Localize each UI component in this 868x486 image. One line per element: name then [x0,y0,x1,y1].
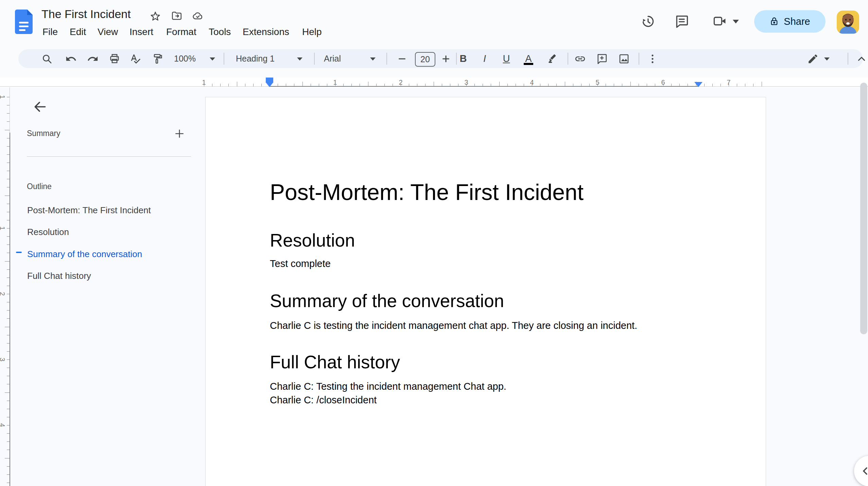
ruler-tick [565,82,565,86]
paragraph-style-caret-icon[interactable] [297,57,302,61]
print-icon[interactable] [109,53,120,65]
paint-format-icon[interactable] [152,53,163,65]
font-family-caret-icon[interactable] [370,57,376,61]
menu-format[interactable]: Format [166,26,196,38]
document-page[interactable]: Post-Mortem: The First Incident Resoluti… [205,97,766,486]
ruler-tick [622,84,622,86]
show-side-panel-button[interactable] [854,456,868,486]
zoom-caret-icon[interactable] [210,57,215,61]
text-color-button[interactable]: A [523,49,534,68]
first-line-indent-marker[interactable] [266,78,273,82]
toolbar-divider [848,53,848,65]
ruler-number: 6 [661,79,665,86]
outline-item[interactable]: Full Chat history [27,268,190,283]
ruler-tick [245,84,245,86]
ruler-tick [745,84,745,86]
google-docs-app: The First Incident File Edit View Insert… [0,0,868,486]
version-history-icon[interactable] [640,14,655,29]
close-outline-arrow-icon[interactable] [33,99,48,114]
ruler-tick [450,84,450,86]
meet-dropdown-caret-icon[interactable] [733,20,739,23]
ruler-tick [679,84,680,86]
ruler-tick [7,105,10,105]
document-title[interactable]: The First Incident [41,7,131,21]
ruler-tick [5,196,10,196]
menu-edit[interactable]: Edit [70,26,86,38]
menu-tools[interactable]: Tools [209,26,231,38]
meet-video-icon[interactable] [712,14,727,29]
redo-icon[interactable] [87,53,99,65]
italic-button[interactable]: I [479,49,490,68]
menu-extensions[interactable]: Extensions [243,26,289,38]
outline-item[interactable]: Post-Mortem: The First Incident [27,203,190,218]
share-button-label: Share [784,16,810,27]
add-comment-icon[interactable] [596,53,608,65]
bold-button[interactable]: B [457,49,469,68]
ruler-tick [474,84,475,86]
font-size-input[interactable]: 20 [415,52,435,67]
star-icon[interactable] [150,10,161,22]
spellcheck-icon[interactable] [130,53,141,65]
font-family-select[interactable]: Arial [324,49,341,68]
underline-button[interactable]: U [501,49,512,68]
ruler-number: 4 [530,79,534,86]
ruler-tick [409,84,409,86]
ruler-tick [589,84,590,86]
lock-icon [769,17,779,26]
doc-paragraph[interactable]: Charlie C is testing the incident manage… [270,320,637,331]
user-avatar[interactable] [833,11,863,34]
doc-heading-resolution[interactable]: Resolution [270,230,355,251]
toolbar-divider [568,53,568,65]
menu-help[interactable]: Help [302,26,322,38]
ruler-tick [7,294,10,294]
decrease-font-size-icon[interactable] [396,53,408,65]
ruler-tick [319,84,319,86]
ruler-tick [524,84,524,86]
move-folder-icon[interactable] [171,10,183,22]
zoom-select[interactable]: 100% [174,49,196,68]
ruler-number: 1 [0,226,6,230]
ruler-tick [417,84,417,86]
ruler-tick [7,138,10,138]
ruler-tick [458,84,458,86]
doc-heading-summary[interactable]: Summary of the conversation [270,290,504,311]
doc-paragraph[interactable]: Charlie C: /closeIncident [270,395,377,406]
editing-mode-pencil-icon[interactable] [807,53,819,65]
undo-icon[interactable] [65,53,77,65]
ruler-tick [302,82,303,86]
highlight-color-icon[interactable] [546,53,558,65]
more-options-icon[interactable] [647,53,658,65]
insert-image-icon[interactable] [618,53,630,65]
insert-link-icon[interactable] [574,53,586,65]
menu-insert[interactable]: Insert [129,26,153,38]
vertical-scrollbar[interactable] [860,83,867,334]
chevron-left-icon [860,465,868,477]
increase-font-size-icon[interactable] [440,53,452,65]
left-indent-marker[interactable] [265,82,274,87]
add-summary-icon[interactable] [174,128,185,139]
outline-item-active[interactable]: Summary of the conversation [27,247,190,262]
ruler-tick [516,84,516,86]
ruler-tick [762,82,762,86]
ruler-tick [7,409,10,409]
ruler-tick [343,84,344,86]
outline-item[interactable]: Resolution [27,224,190,239]
share-button[interactable]: Share [754,10,826,33]
cloud-saved-icon[interactable] [192,10,204,22]
ruler-tick [704,84,705,86]
editing-mode-caret-icon[interactable] [824,57,830,61]
right-indent-marker[interactable] [694,82,702,87]
ruler-tick [278,84,278,86]
menu-view[interactable]: View [98,26,118,38]
horizontal-ruler[interactable]: 11234567 [0,78,868,87]
ruler-tick [261,84,262,86]
menu-file[interactable]: File [42,26,58,38]
comments-icon[interactable] [674,14,689,29]
search-icon[interactable] [41,53,53,65]
doc-heading-title[interactable]: Post-Mortem: The First Incident [270,179,584,205]
doc-paragraph[interactable]: Test complete [270,258,331,269]
doc-heading-chat-history[interactable]: Full Chat history [270,352,400,372]
collapse-toolbar-icon[interactable] [856,53,867,65]
doc-paragraph[interactable]: Charlie C: Testing the incident manageme… [270,381,506,392]
paragraph-style-select[interactable]: Heading 1 [236,49,275,68]
